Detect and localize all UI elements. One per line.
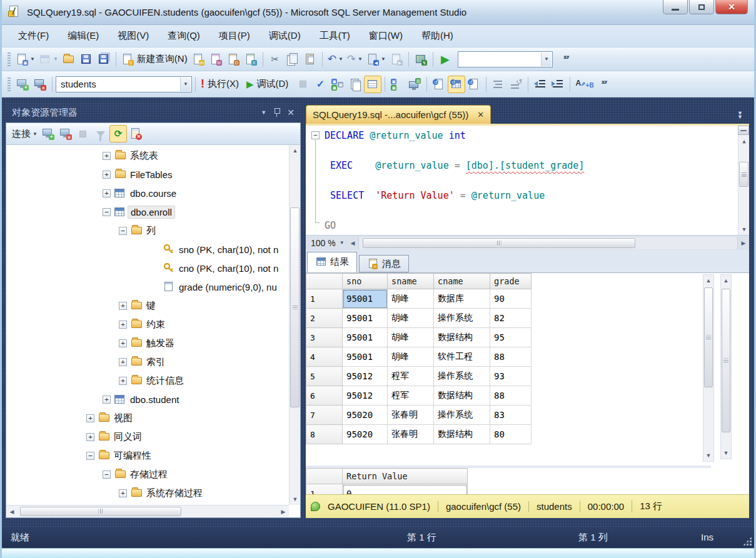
grid-vertical-scrollbar[interactable]: ▲ ▼ (703, 274, 714, 462)
script-error-icon[interactable]: ✕ (127, 125, 144, 142)
cell[interactable]: 胡峰 (388, 309, 434, 328)
paste-button[interactable] (301, 51, 319, 68)
menu-item-4[interactable]: 项目(P) (211, 27, 258, 44)
new-query-button[interactable]: ⚲ 新建查询(N) (119, 51, 189, 68)
scroll-right-icon[interactable]: ▶ (738, 237, 749, 249)
dmx-query-icon[interactable]: D (224, 51, 242, 68)
stop-button[interactable] (294, 76, 311, 93)
tree-expander-icon[interactable]: + (119, 302, 127, 310)
execute-button[interactable]: !执行(X) (199, 76, 241, 93)
activity-monitor-button[interactable]: ↯ (412, 51, 430, 68)
tree-node-键[interactable]: +键 (6, 296, 289, 315)
start-debug-icon[interactable]: ▶ (436, 51, 454, 68)
tree-node-系统表[interactable]: +系统表 (6, 146, 289, 165)
debug-button[interactable]: ▶调试(D) (244, 76, 290, 93)
tree-expander-icon[interactable]: + (103, 396, 111, 404)
change-connection-icon[interactable]: x (31, 76, 49, 93)
specify-template-values-icon[interactable] (364, 76, 381, 93)
cell[interactable]: 操作系统 (434, 309, 490, 328)
open-file-button[interactable] (60, 51, 78, 68)
toolbar-grip[interactable] (8, 77, 11, 91)
add-item-button[interactable]: ▼ (37, 51, 60, 68)
refresh-icon[interactable]: ⟳ (109, 125, 127, 142)
menu-item-6[interactable]: 工具(T) (312, 27, 358, 44)
decrease-indent-icon[interactable] (532, 76, 549, 93)
tree-expander-icon[interactable]: + (86, 414, 94, 422)
results-to-text-icon[interactable]: ↺ (430, 76, 448, 93)
cell[interactable]: 95020 (343, 406, 388, 425)
toolbar2-overflow-button[interactable]: ▾▾▔ (596, 76, 613, 93)
estimated-plan-icon[interactable]: ▣▣▣ (329, 76, 346, 93)
tree-expander-icon[interactable]: − (119, 227, 127, 235)
cell[interactable]: 数据结构 (434, 425, 490, 444)
sql-editor[interactable]: − DECLARE @return_value int EXEC @return… (306, 124, 749, 235)
scroll-down-icon[interactable]: ▼ (290, 494, 301, 505)
scroll-left-icon[interactable]: ◀ (347, 237, 358, 249)
menu-item-2[interactable]: 视图(V) (110, 27, 156, 44)
save-button[interactable] (78, 51, 95, 68)
tree-expander-icon[interactable]: − (86, 452, 94, 460)
column-header-return-value[interactable]: Return Value (343, 469, 468, 484)
redo-button[interactable]: ↷▼ (345, 51, 365, 68)
mdx-query-icon[interactable]: M (207, 51, 224, 68)
tree-expander-icon[interactable]: + (119, 489, 127, 497)
cell[interactable]: 张春明 (388, 406, 434, 425)
row-header[interactable]: 5 (306, 367, 343, 386)
save-all-button[interactable] (95, 51, 113, 68)
tree-expander-icon[interactable]: + (119, 321, 127, 329)
zoom-selector[interactable]: 100 % ▼ (306, 238, 347, 248)
comment-lines-icon[interactable] (490, 76, 507, 93)
database-engine-query-icon[interactable]: db (189, 51, 207, 68)
results-to-grid-icon[interactable]: ↺ (448, 76, 465, 93)
editor-split-handle[interactable] (738, 126, 749, 135)
tree-node-dbo.enroll[interactable]: −dbo.enroll (6, 202, 289, 221)
new-window-button[interactable]: ▣▼ (14, 51, 37, 68)
cell[interactable]: 83 (490, 406, 532, 425)
tab-messages[interactable]: ≡ 消息 (359, 255, 409, 272)
tree-vertical-scrollbar[interactable]: ▲ ▼ (289, 145, 300, 505)
navigate-forward-button[interactable]: ▶ (388, 51, 405, 68)
tree-expander-icon[interactable]: + (86, 433, 94, 441)
scroll-right-icon[interactable]: ▶ (278, 506, 289, 517)
cell[interactable]: 93 (490, 367, 532, 386)
panel-close-icon[interactable]: ✕ (287, 107, 295, 117)
undo-button[interactable]: ↶▼ (326, 51, 345, 68)
cell[interactable]: 95001 (343, 289, 388, 309)
tree-node-视图[interactable]: +视图 (6, 409, 289, 427)
include-actual-plan-icon[interactable]: ▣▣ (388, 76, 406, 93)
row-header[interactable]: 3 (306, 328, 343, 347)
tree-node-可编程性[interactable]: −可编程性 (6, 446, 289, 465)
tree-node-触发器[interactable]: +触发器 (6, 334, 289, 352)
menu-item-5[interactable]: 调试(D) (261, 27, 308, 44)
outline-collapse-icon[interactable]: − (311, 131, 320, 139)
row-header[interactable]: 4 (306, 347, 343, 367)
scroll-down-icon[interactable]: ▼ (738, 224, 750, 235)
navigate-back-button[interactable]: ◀▼ (365, 51, 388, 68)
client-statistics-icon[interactable]: ▥ (406, 76, 423, 93)
tree-node-dbo.student[interactable]: +dbo.student (6, 390, 289, 409)
scroll-down-icon[interactable]: ▼ (720, 447, 732, 459)
tree-expander-icon[interactable]: + (103, 152, 111, 160)
tab-close-icon[interactable]: ✕ (477, 110, 484, 119)
close-button[interactable]: ✕ (715, 0, 748, 14)
editor-vertical-scrollbar[interactable]: ▲ ▼ (738, 126, 749, 235)
cell[interactable]: 程军 (388, 367, 434, 386)
cell[interactable]: 95012 (343, 367, 388, 386)
pin-icon[interactable] (274, 108, 280, 117)
tree-horizontal-scrollbar[interactable]: ◀ ▶ (6, 505, 289, 517)
scroll-up-icon[interactable]: ▲ (720, 275, 732, 286)
tab-overflow-icon[interactable]: ▼▼ (737, 111, 743, 119)
maximize-button[interactable] (689, 0, 714, 14)
cut-button[interactable]: ✂ (266, 51, 284, 68)
result-row-4[interactable]: 495001胡峰软件工程88 (306, 347, 532, 367)
scroll-down-icon[interactable]: ▼ (703, 450, 714, 461)
tree-node-sno[interactable]: sno (PK, char(10), not n (6, 240, 289, 259)
tree-expander-icon[interactable]: + (103, 171, 111, 179)
scroll-up-icon[interactable]: ▲ (290, 145, 301, 156)
menu-item-0[interactable]: 文件(F) (11, 27, 56, 44)
tree-node-列[interactable]: −列 (6, 221, 289, 240)
toolbar-overflow-button[interactable]: ▾▾▔ (558, 51, 575, 68)
tree-node-FileTables[interactable]: +FileTables (6, 165, 289, 184)
result-row-8[interactable]: 895020张春明数据结构80 (306, 425, 532, 444)
cell[interactable]: 90 (490, 289, 532, 309)
